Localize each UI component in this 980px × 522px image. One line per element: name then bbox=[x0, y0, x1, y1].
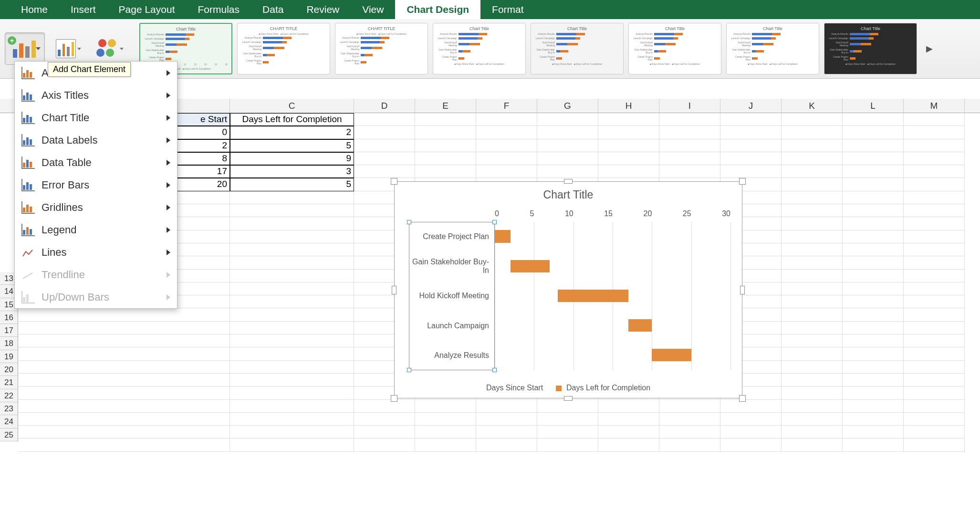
cell[interactable] bbox=[904, 438, 965, 451]
cell[interactable] bbox=[843, 270, 904, 282]
gallery-next-button[interactable]: ▶ bbox=[924, 39, 935, 58]
cell[interactable] bbox=[843, 361, 904, 374]
cell[interactable] bbox=[720, 400, 782, 413]
cell[interactable] bbox=[415, 413, 476, 426]
cell[interactable] bbox=[537, 139, 598, 152]
chart-title[interactable]: Chart Title bbox=[395, 182, 742, 201]
cell[interactable] bbox=[230, 256, 354, 269]
cell[interactable] bbox=[782, 204, 843, 217]
bar-segment[interactable] bbox=[652, 349, 691, 361]
cell[interactable] bbox=[230, 217, 354, 230]
row-header[interactable]: 24 bbox=[0, 415, 18, 428]
cell[interactable] bbox=[415, 426, 476, 438]
col-header[interactable]: J bbox=[720, 99, 782, 113]
cell[interactable] bbox=[843, 178, 904, 191]
cell[interactable] bbox=[659, 165, 720, 178]
cell[interactable] bbox=[782, 243, 843, 256]
row-header[interactable]: 23 bbox=[0, 402, 18, 415]
resize-handle[interactable] bbox=[740, 286, 745, 294]
tab-page-layout[interactable]: Page Layout bbox=[107, 0, 187, 19]
cell[interactable] bbox=[904, 400, 965, 413]
cell[interactable] bbox=[230, 191, 354, 204]
cell[interactable] bbox=[537, 113, 598, 126]
cell[interactable] bbox=[843, 217, 904, 230]
cell[interactable] bbox=[230, 308, 354, 321]
col-header[interactable]: I bbox=[659, 99, 720, 113]
row-header[interactable]: 19 bbox=[0, 350, 18, 363]
cell[interactable] bbox=[415, 139, 476, 152]
cell[interactable] bbox=[904, 347, 965, 360]
add-chart-element-button[interactable]: + bbox=[5, 32, 45, 65]
cell[interactable] bbox=[720, 438, 782, 451]
resize-handle[interactable] bbox=[392, 286, 396, 294]
cell[interactable] bbox=[18, 308, 230, 321]
axis-selection[interactable] bbox=[409, 222, 495, 370]
menu-data-labels[interactable]: Data Labels bbox=[15, 129, 177, 151]
cell[interactable] bbox=[782, 165, 843, 178]
cell[interactable] bbox=[904, 139, 965, 152]
cell[interactable] bbox=[354, 438, 415, 451]
cell[interactable]: 3 bbox=[230, 165, 354, 178]
selection-handle[interactable] bbox=[407, 220, 411, 224]
cell[interactable] bbox=[537, 165, 598, 178]
cell[interactable] bbox=[782, 191, 843, 204]
cell[interactable] bbox=[476, 438, 537, 451]
cell[interactable] bbox=[230, 243, 354, 256]
cell[interactable] bbox=[782, 282, 843, 295]
cell[interactable] bbox=[782, 256, 843, 269]
cell[interactable] bbox=[415, 152, 476, 165]
col-header[interactable]: C bbox=[230, 99, 354, 113]
resize-handle[interactable] bbox=[739, 395, 746, 402]
menu-data-table[interactable]: Data Table bbox=[15, 151, 177, 174]
cell[interactable] bbox=[843, 295, 904, 308]
cell[interactable] bbox=[843, 438, 904, 451]
cell[interactable] bbox=[18, 322, 230, 334]
cell[interactable] bbox=[782, 386, 843, 399]
cell[interactable] bbox=[904, 256, 965, 269]
cell[interactable] bbox=[230, 374, 354, 386]
cell[interactable] bbox=[843, 322, 904, 334]
cell[interactable] bbox=[720, 152, 782, 165]
cell[interactable]: 5 bbox=[230, 139, 354, 152]
tab-formulas[interactable]: Formulas bbox=[187, 0, 251, 19]
embedded-chart[interactable]: Chart Title 0 5 10 15 20 25 30 Create Pr… bbox=[394, 181, 742, 398]
col-header[interactable]: D bbox=[354, 99, 415, 113]
cell[interactable] bbox=[720, 139, 782, 152]
bar-segment[interactable] bbox=[511, 260, 550, 272]
cell[interactable] bbox=[782, 400, 843, 413]
cell[interactable] bbox=[782, 413, 843, 426]
cell[interactable] bbox=[843, 230, 904, 243]
cell[interactable] bbox=[476, 400, 537, 413]
selection-handle[interactable] bbox=[492, 368, 497, 372]
col-header[interactable]: E bbox=[415, 99, 476, 113]
cell[interactable] bbox=[415, 126, 476, 139]
row-header[interactable]: 20 bbox=[0, 363, 18, 376]
cell[interactable] bbox=[782, 361, 843, 374]
cell[interactable] bbox=[843, 400, 904, 413]
cell[interactable] bbox=[415, 113, 476, 126]
cell[interactable] bbox=[843, 204, 904, 217]
cell[interactable] bbox=[904, 191, 965, 204]
cell[interactable] bbox=[904, 152, 965, 165]
cell[interactable] bbox=[720, 165, 782, 178]
cell[interactable] bbox=[843, 243, 904, 256]
cell[interactable] bbox=[230, 270, 354, 282]
cell[interactable] bbox=[230, 413, 354, 426]
cell[interactable] bbox=[230, 347, 354, 360]
cell[interactable] bbox=[904, 308, 965, 321]
quick-layout-button[interactable] bbox=[52, 32, 85, 65]
cell[interactable] bbox=[598, 113, 659, 126]
cell[interactable] bbox=[476, 152, 537, 165]
cell[interactable] bbox=[230, 334, 354, 347]
resize-handle[interactable] bbox=[564, 396, 573, 401]
cell[interactable]: Days Left for Completion bbox=[230, 113, 354, 126]
cell[interactable] bbox=[230, 361, 354, 374]
cell[interactable] bbox=[843, 374, 904, 386]
cell[interactable] bbox=[782, 322, 843, 334]
cell[interactable] bbox=[904, 165, 965, 178]
cell[interactable] bbox=[354, 426, 415, 438]
cell[interactable] bbox=[354, 165, 415, 178]
tab-view[interactable]: View bbox=[351, 0, 395, 19]
cell[interactable] bbox=[843, 139, 904, 152]
cell[interactable] bbox=[904, 322, 965, 334]
